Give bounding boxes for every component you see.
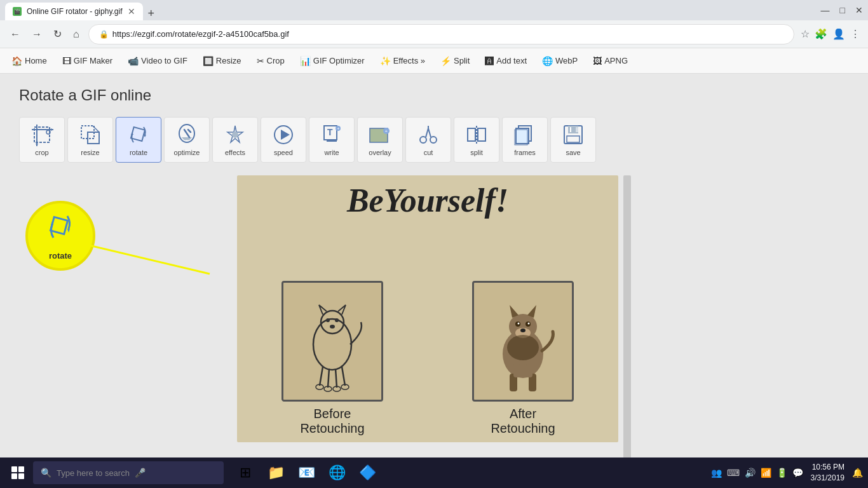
- optimizer-nav-icon: 📊: [300, 56, 311, 66]
- start-sq-4: [18, 473, 24, 479]
- svg-line-52: [320, 367, 323, 386]
- maximize-button[interactable]: □: [840, 5, 845, 15]
- tool-crop[interactable]: crop: [19, 117, 65, 163]
- svg-text:+: +: [337, 126, 340, 132]
- svg-text:+: +: [385, 128, 388, 134]
- taskbar-datetime[interactable]: 10:56 PM 3/31/2019: [811, 462, 844, 484]
- site-nav: 🏠 Home 🎞 GIF Maker 📹 Video to GIF 🔲 Resi…: [0, 48, 868, 74]
- nav-webp[interactable]: 🌐 WebP: [536, 53, 584, 69]
- save-tool-icon: [562, 123, 585, 146]
- notification-button[interactable]: 🔔: [852, 468, 863, 478]
- start-sq-2: [18, 466, 24, 472]
- nav-apng[interactable]: 🖼 APNG: [587, 53, 634, 69]
- nav-add-text[interactable]: 🅰 Add text: [478, 53, 533, 69]
- bookmark-star-icon[interactable]: ☆: [801, 28, 810, 40]
- start-sq-3: [11, 473, 17, 479]
- tool-rotate[interactable]: rotate: [116, 117, 161, 163]
- taskbar-taskview[interactable]: ⊞: [231, 459, 259, 487]
- after-panel-label: AfterRetouching: [491, 407, 555, 436]
- split-tool-icon: [465, 123, 488, 146]
- taskbar-outlook[interactable]: 📧: [292, 459, 320, 487]
- network-icon[interactable]: 📶: [761, 468, 771, 478]
- tab-close-button[interactable]: ✕: [128, 6, 135, 17]
- nav-crop-label: Crop: [267, 56, 285, 65]
- nav-video-to-gif[interactable]: 📹 Video to GIF: [121, 53, 194, 69]
- keyboard-icon[interactable]: ⌨: [727, 468, 740, 478]
- microphone-icon[interactable]: 🎤: [135, 468, 146, 478]
- right-scrollbar[interactable]: [623, 175, 631, 488]
- taskbar-explorer[interactable]: 📁: [262, 459, 290, 487]
- forward-button[interactable]: →: [29, 26, 44, 43]
- tool-resize[interactable]: resize: [67, 117, 113, 163]
- frames-tool-label: frames: [514, 149, 536, 156]
- edge-icon: 🔷: [359, 464, 376, 481]
- tool-write[interactable]: T + write: [309, 117, 355, 163]
- tool-speed[interactable]: speed: [261, 117, 306, 163]
- nav-resize[interactable]: 🔲 Resize: [196, 53, 248, 69]
- home-button[interactable]: ⌂: [71, 26, 82, 43]
- svg-line-30: [428, 128, 431, 137]
- svg-marker-17: [281, 130, 290, 140]
- people-icon[interactable]: 👥: [711, 468, 722, 478]
- svg-line-53: [328, 369, 329, 388]
- more-menu-icon[interactable]: ⋮: [850, 28, 860, 40]
- tool-split[interactable]: split: [454, 117, 499, 163]
- active-tab[interactable]: 🎬 Online GIF rotator - giphy.gif ✕: [5, 3, 143, 20]
- rotate-tool-label: rotate: [130, 149, 147, 156]
- gif-container: rotate BeYourself!: [19, 175, 849, 488]
- taskbar-chrome[interactable]: 🌐: [323, 459, 351, 487]
- frames-tool-icon: [513, 123, 536, 146]
- close-button[interactable]: ✕: [855, 5, 863, 15]
- new-tab-button[interactable]: +: [143, 7, 160, 20]
- nav-video-label: Video to GIF: [141, 56, 187, 65]
- rotate-callout-icon: [44, 211, 76, 248]
- rotate-callout: rotate: [25, 201, 95, 271]
- volume-icon[interactable]: 🔊: [745, 468, 756, 478]
- add-text-nav-icon: 🅰: [485, 56, 494, 66]
- nav-gif-optimizer[interactable]: 📊 GIF Optimizer: [294, 53, 371, 69]
- battery-icon[interactable]: 🔋: [776, 468, 787, 478]
- nav-effects[interactable]: ✨ Effects »: [374, 53, 431, 69]
- user-icon[interactable]: 👤: [832, 28, 845, 40]
- tool-frames[interactable]: frames: [502, 117, 548, 163]
- tool-save[interactable]: save: [550, 117, 596, 163]
- extensions-icon[interactable]: 🧩: [815, 28, 827, 40]
- crop-tool-icon: [31, 123, 53, 146]
- main-content: Rotate a GIF online crop: [0, 74, 868, 488]
- tab-bar: 🎬 Online GIF rotator - giphy.gif ✕ +: [5, 0, 159, 20]
- nav-home[interactable]: 🏠 Home: [5, 53, 53, 69]
- taskbar-search[interactable]: 🔍 Type here to search 🎤: [33, 461, 224, 484]
- svg-marker-4: [36, 144, 38, 146]
- tool-effects[interactable]: effects: [212, 117, 258, 163]
- message-icon[interactable]: 💬: [792, 468, 803, 478]
- minimize-button[interactable]: —: [821, 5, 830, 15]
- write-tool-label: write: [324, 149, 339, 156]
- taskview-icon: ⊞: [240, 464, 251, 481]
- gif-image: BeYourself!: [237, 175, 618, 442]
- tool-cut[interactable]: cut: [405, 117, 451, 163]
- svg-point-69: [520, 329, 526, 332]
- nav-split[interactable]: ⚡ Split: [434, 53, 476, 69]
- nav-gif-maker[interactable]: 🎞 GIF Maker: [56, 53, 119, 69]
- gif-maker-icon: 🎞: [62, 56, 71, 66]
- resize-tool-label: resize: [81, 149, 99, 156]
- tool-optimize[interactable]: optimize: [164, 117, 210, 163]
- outlook-icon: 📧: [298, 464, 315, 481]
- chrome-icon: 🌐: [329, 464, 346, 481]
- address-input[interactable]: 🔒 https://ezgif.com/rotate/ezgif-2-a4510…: [88, 24, 794, 44]
- svg-rect-73: [526, 363, 532, 377]
- optimize-tool-icon: [175, 123, 198, 146]
- search-icon: 🔍: [41, 468, 51, 478]
- tool-overlay[interactable]: + overlay: [357, 117, 403, 163]
- nav-webp-label: WebP: [555, 56, 578, 65]
- nav-crop[interactable]: ✂ Crop: [250, 53, 291, 69]
- gif-panel-after: AfterRetouching: [428, 258, 618, 442]
- svg-point-74: [507, 335, 539, 360]
- refresh-button[interactable]: ↻: [51, 25, 64, 43]
- before-panel-label: BeforeRetouching: [300, 407, 364, 436]
- taskbar-edge[interactable]: 🔷: [353, 459, 381, 487]
- page-body: Rotate a GIF online crop: [0, 74, 868, 488]
- svg-point-68: [528, 323, 530, 325]
- back-button[interactable]: ←: [8, 26, 23, 43]
- start-button[interactable]: [5, 460, 31, 485]
